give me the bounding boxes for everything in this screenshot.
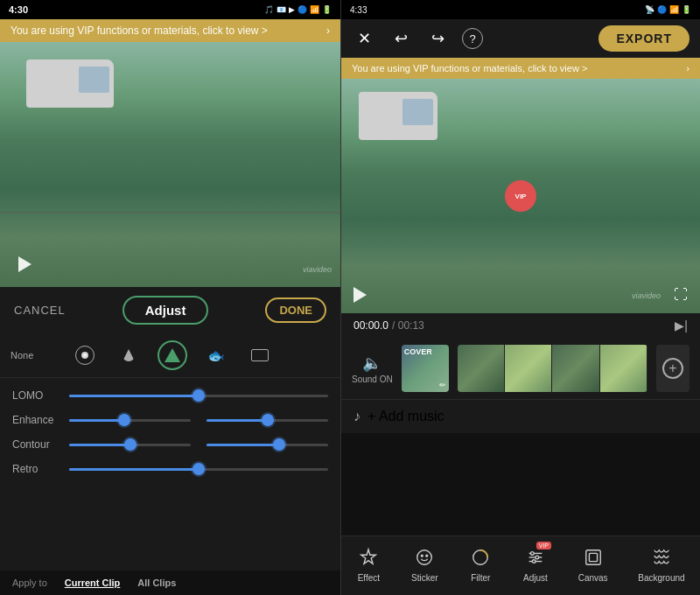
right-play-button[interactable] bbox=[354, 287, 367, 303]
timeline-bar: 00:00.0 / 00:13 ▶| bbox=[341, 313, 700, 338]
add-clip-button[interactable]: + bbox=[656, 345, 690, 392]
van-shape bbox=[26, 60, 114, 108]
slider-row-enhance: Enhance bbox=[0, 408, 340, 432]
fullscreen-button[interactable]: ⛶ bbox=[674, 287, 688, 303]
apply-to-row: Apply to Current Clip All Clips bbox=[0, 570, 340, 595]
svg-point-2 bbox=[426, 555, 428, 556]
filter-icons-row: None 🐟 bbox=[0, 333, 340, 378]
right-status-icons: 📡🔵📶🔋 bbox=[645, 5, 691, 14]
right-watermark: viavideo bbox=[632, 291, 661, 300]
left-vip-banner[interactable]: You are using VIP functions or materials… bbox=[0, 19, 340, 42]
top-nav: ✕ ↩ ↪ ? EXPORT bbox=[341, 19, 700, 58]
contour-slider[interactable] bbox=[69, 444, 191, 446]
add-music-label: + Add music bbox=[368, 409, 444, 424]
cover-edit-icon: ✏ bbox=[439, 381, 446, 389]
tool-effect[interactable]: Effect bbox=[356, 545, 381, 583]
right-time: 4:33 bbox=[350, 5, 367, 15]
svg-point-1 bbox=[422, 555, 424, 556]
cancel-button[interactable]: CANCEL bbox=[14, 304, 66, 317]
left-watermark: viavideo bbox=[303, 265, 332, 274]
play-icon bbox=[18, 256, 32, 272]
video-strip[interactable] bbox=[458, 345, 648, 392]
slider-row-contour: Contour bbox=[0, 432, 340, 457]
bottom-toolbar: Effect Sticker Filter bbox=[341, 536, 700, 595]
done-button[interactable]: DONE bbox=[265, 298, 326, 323]
right-vip-banner[interactable]: You are using VIP functions or materials… bbox=[341, 58, 700, 79]
left-play-button[interactable] bbox=[12, 252, 37, 276]
tool-canvas[interactable]: Canvas bbox=[578, 545, 608, 583]
right-status-bar: 4:33 📡🔵📶🔋 bbox=[341, 0, 700, 19]
svg-point-9 bbox=[532, 560, 536, 564]
left-time: 4:30 bbox=[9, 4, 28, 15]
add-clip-plus-icon: + bbox=[662, 358, 683, 379]
cover-thumbnail[interactable]: COVER ✏ bbox=[402, 345, 449, 392]
filter-icon bbox=[468, 545, 493, 570]
svg-point-8 bbox=[536, 556, 539, 559]
slider-row-lomo: LOMO bbox=[0, 383, 340, 408]
effect-icon bbox=[356, 545, 381, 570]
add-music-row[interactable]: ♪ + Add music bbox=[341, 400, 700, 433]
tool-filter[interactable]: Filter bbox=[468, 545, 493, 583]
sound-icon: 🔈 bbox=[362, 354, 382, 373]
left-video-thumb bbox=[0, 42, 340, 287]
filter-icon-drop[interactable] bbox=[114, 340, 144, 370]
vip-circle: VIP bbox=[505, 180, 536, 212]
close-icon[interactable]: ✕ bbox=[352, 26, 376, 51]
tool-sticker[interactable]: Sticker bbox=[411, 545, 438, 583]
timeline-play-end[interactable]: ▶| bbox=[675, 318, 688, 332]
left-video-preview: viavideo bbox=[0, 42, 340, 287]
adjust-button[interactable]: Adjust bbox=[122, 296, 209, 325]
filter-icon-rect[interactable] bbox=[245, 340, 275, 370]
svg-point-0 bbox=[417, 550, 432, 565]
svg-point-7 bbox=[530, 552, 534, 556]
filter-label: Filter bbox=[471, 573, 490, 583]
left-status-bar: 4:30 🎵📧▶🔵📶🔋 bbox=[0, 0, 340, 19]
timeline-time: 00:00.0 / 00:13 bbox=[354, 319, 424, 332]
left-panel: 4:30 🎵📧▶🔵📶🔋 You are using VIP functions … bbox=[0, 0, 341, 595]
adjust-toolbar: CANCEL Adjust DONE bbox=[0, 287, 340, 333]
sticker-label: Sticker bbox=[411, 573, 438, 583]
help-icon[interactable]: ? bbox=[462, 28, 483, 49]
sliders-area: LOMO Enhance Contour bbox=[0, 378, 340, 570]
canvas-label: Canvas bbox=[578, 573, 608, 583]
tool-adjust[interactable]: VIP Adjust bbox=[523, 545, 548, 583]
export-button[interactable]: EXPORT bbox=[598, 25, 690, 52]
music-note-icon: ♪ bbox=[354, 409, 360, 424]
lomo-slider[interactable] bbox=[69, 395, 328, 397]
filter-icon-circle[interactable] bbox=[70, 340, 100, 370]
filter-icon-triangle[interactable] bbox=[158, 340, 187, 370]
tool-background[interactable]: Background bbox=[638, 545, 684, 583]
left-status-icons: 🎵📧▶🔵📶🔋 bbox=[264, 5, 332, 14]
svg-rect-10 bbox=[585, 550, 600, 565]
adjust-label: Adjust bbox=[523, 573, 548, 583]
track-area: 🔈 Sound ON COVER ✏ + bbox=[341, 338, 700, 400]
right-play-icon bbox=[354, 287, 367, 303]
redo-icon[interactable]: ↪ bbox=[425, 26, 450, 51]
slider-row-retro: Retro bbox=[0, 457, 340, 481]
undo-icon[interactable]: ↩ bbox=[388, 26, 413, 51]
vip-badge-overlay: VIP bbox=[505, 180, 536, 212]
background-label: Background bbox=[638, 573, 684, 583]
apply-all-clips[interactable]: All Clips bbox=[137, 578, 176, 588]
contour-slider-2[interactable] bbox=[206, 444, 328, 446]
enhance-slider[interactable] bbox=[69, 419, 191, 422]
sticker-icon bbox=[412, 545, 437, 570]
retro-slider[interactable] bbox=[69, 468, 328, 471]
nav-left: ✕ ↩ ↪ ? bbox=[352, 26, 483, 51]
svg-rect-11 bbox=[589, 553, 597, 561]
background-icon bbox=[649, 545, 674, 570]
filter-icon-fish[interactable]: 🐟 bbox=[201, 340, 231, 370]
adjust-vip-badge: VIP bbox=[536, 542, 551, 550]
effect-label: Effect bbox=[358, 573, 380, 583]
apply-current-clip[interactable]: Current Clip bbox=[65, 578, 121, 588]
sound-button[interactable]: 🔈 Sound ON bbox=[352, 354, 393, 384]
right-panel: 4:33 📡🔵📶🔋 ✕ ↩ ↪ ? EXPORT You are using V… bbox=[341, 0, 700, 595]
canvas-icon bbox=[581, 545, 606, 570]
enhance-slider-2[interactable] bbox=[206, 419, 328, 422]
right-video-preview: VIP viavideo ⛶ bbox=[341, 79, 700, 313]
